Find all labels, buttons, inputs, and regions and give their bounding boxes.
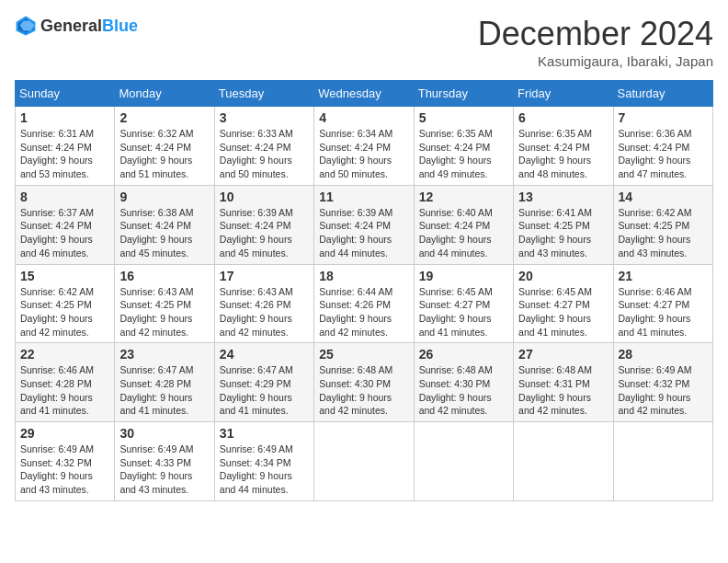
calendar-cell: 17Sunrise: 6:43 AMSunset: 4:26 PMDayligh… [214, 264, 313, 343]
day-number: 26 [419, 347, 508, 362]
day-number: 17 [220, 269, 309, 283]
day-info: Sunrise: 6:46 AMSunset: 4:27 PMDaylight:… [619, 286, 692, 338]
day-info: Sunrise: 6:49 AMSunset: 4:33 PMDaylight:… [119, 443, 193, 495]
day-info: Sunrise: 6:32 AMSunset: 4:24 PMDaylight:… [119, 128, 193, 179]
calendar-cell [414, 422, 513, 501]
calendar-cell: 19Sunrise: 6:45 AMSunset: 4:27 PMDayligh… [414, 264, 513, 343]
day-number: 31 [220, 426, 309, 441]
day-info: Sunrise: 6:35 AMSunset: 4:24 PMDaylight:… [419, 128, 493, 179]
calendar-cell: 2Sunrise: 6:32 AMSunset: 4:24 PMDaylight… [115, 107, 214, 186]
month-title: December 2024 [478, 15, 713, 53]
logo: GeneralBlue [15, 15, 138, 37]
day-info: Sunrise: 6:39 AMSunset: 4:24 PMDaylight:… [220, 207, 293, 259]
calendar-cell: 14Sunrise: 6:42 AMSunset: 4:25 PMDayligh… [613, 185, 712, 264]
header-sunday: Sunday [16, 81, 115, 107]
day-info: Sunrise: 6:47 AMSunset: 4:28 PMDaylight:… [119, 364, 193, 416]
day-number: 11 [319, 190, 408, 204]
calendar-header-row: Sunday Monday Tuesday Wednesday Thursday… [16, 81, 713, 107]
calendar-cell: 4Sunrise: 6:34 AMSunset: 4:24 PMDaylight… [314, 107, 414, 186]
calendar-cell: 24Sunrise: 6:47 AMSunset: 4:29 PMDayligh… [214, 343, 313, 422]
day-number: 23 [119, 347, 209, 362]
day-number: 7 [619, 110, 708, 125]
day-number: 24 [220, 347, 309, 362]
day-info: Sunrise: 6:43 AMSunset: 4:25 PMDaylight:… [119, 286, 193, 338]
day-info: Sunrise: 6:39 AMSunset: 4:24 PMDaylight:… [319, 207, 392, 259]
calendar-cell: 6Sunrise: 6:35 AMSunset: 4:24 PMDaylight… [514, 107, 613, 186]
day-number: 14 [619, 190, 708, 204]
calendar-cell: 3Sunrise: 6:33 AMSunset: 4:24 PMDaylight… [214, 107, 313, 186]
day-number: 8 [20, 190, 109, 204]
day-info: Sunrise: 6:41 AMSunset: 4:25 PMDaylight:… [518, 207, 592, 259]
calendar-cell: 26Sunrise: 6:48 AMSunset: 4:30 PMDayligh… [414, 343, 513, 422]
calendar-cell: 10Sunrise: 6:39 AMSunset: 4:24 PMDayligh… [214, 185, 313, 264]
day-info: Sunrise: 6:46 AMSunset: 4:28 PMDaylight:… [20, 364, 94, 416]
day-number: 5 [419, 110, 508, 125]
day-info: Sunrise: 6:48 AMSunset: 4:30 PMDaylight:… [319, 364, 392, 416]
day-info: Sunrise: 6:31 AMSunset: 4:24 PMDaylight:… [20, 128, 94, 179]
calendar-cell: 27Sunrise: 6:48 AMSunset: 4:31 PMDayligh… [514, 343, 613, 422]
calendar-cell: 1Sunrise: 6:31 AMSunset: 4:24 PMDaylight… [16, 107, 115, 186]
day-info: Sunrise: 6:49 AMSunset: 4:32 PMDaylight:… [20, 443, 94, 495]
day-number: 10 [220, 190, 309, 204]
day-number: 20 [518, 269, 608, 283]
day-info: Sunrise: 6:44 AMSunset: 4:26 PMDaylight:… [319, 286, 392, 338]
header-thursday: Thursday [414, 81, 513, 107]
day-info: Sunrise: 6:47 AMSunset: 4:29 PMDaylight:… [220, 364, 293, 416]
calendar-cell: 31Sunrise: 6:49 AMSunset: 4:34 PMDayligh… [214, 422, 313, 501]
calendar-week-2: 8Sunrise: 6:37 AMSunset: 4:24 PMDaylight… [16, 185, 713, 264]
calendar-cell: 20Sunrise: 6:45 AMSunset: 4:27 PMDayligh… [514, 264, 613, 343]
calendar-cell: 28Sunrise: 6:49 AMSunset: 4:32 PMDayligh… [613, 343, 712, 422]
calendar-cell: 15Sunrise: 6:42 AMSunset: 4:25 PMDayligh… [16, 264, 115, 343]
logo-text: GeneralBlue [40, 17, 138, 36]
day-number: 25 [319, 347, 408, 362]
day-number: 1 [20, 110, 109, 125]
day-info: Sunrise: 6:34 AMSunset: 4:24 PMDaylight:… [319, 128, 392, 179]
day-info: Sunrise: 6:42 AMSunset: 4:25 PMDaylight:… [619, 207, 692, 259]
calendar-cell: 11Sunrise: 6:39 AMSunset: 4:24 PMDayligh… [314, 185, 414, 264]
day-info: Sunrise: 6:37 AMSunset: 4:24 PMDaylight:… [20, 207, 94, 259]
day-info: Sunrise: 6:45 AMSunset: 4:27 PMDaylight:… [518, 286, 592, 338]
day-number: 28 [619, 347, 708, 362]
day-info: Sunrise: 6:45 AMSunset: 4:27 PMDaylight:… [419, 286, 493, 338]
header-monday: Monday [115, 81, 214, 107]
calendar-cell: 9Sunrise: 6:38 AMSunset: 4:24 PMDaylight… [115, 185, 214, 264]
location: Kasumigaura, Ibaraki, Japan [478, 53, 713, 69]
calendar-cell: 5Sunrise: 6:35 AMSunset: 4:24 PMDaylight… [414, 107, 513, 186]
day-info: Sunrise: 6:48 AMSunset: 4:31 PMDaylight:… [518, 364, 592, 416]
calendar-cell: 22Sunrise: 6:46 AMSunset: 4:28 PMDayligh… [16, 343, 115, 422]
calendar-cell: 23Sunrise: 6:47 AMSunset: 4:28 PMDayligh… [115, 343, 214, 422]
day-number: 21 [619, 269, 708, 283]
header-wednesday: Wednesday [314, 81, 414, 107]
calendar-cell: 25Sunrise: 6:48 AMSunset: 4:30 PMDayligh… [314, 343, 414, 422]
page-header: GeneralBlue December 2024 Kasumigaura, I… [15, 15, 713, 69]
day-info: Sunrise: 6:36 AMSunset: 4:24 PMDaylight:… [619, 128, 692, 179]
calendar-cell [314, 422, 414, 501]
calendar-cell: 29Sunrise: 6:49 AMSunset: 4:32 PMDayligh… [16, 422, 115, 501]
day-number: 15 [20, 269, 109, 283]
day-number: 16 [119, 269, 209, 283]
day-number: 13 [518, 190, 608, 204]
day-number: 19 [419, 269, 508, 283]
day-number: 6 [518, 110, 608, 125]
day-number: 3 [220, 110, 309, 125]
title-section: December 2024 Kasumigaura, Ibaraki, Japa… [478, 15, 713, 69]
day-info: Sunrise: 6:38 AMSunset: 4:24 PMDaylight:… [119, 207, 193, 259]
header-saturday: Saturday [613, 81, 712, 107]
calendar-cell [514, 422, 613, 501]
day-info: Sunrise: 6:42 AMSunset: 4:25 PMDaylight:… [20, 286, 94, 338]
day-info: Sunrise: 6:35 AMSunset: 4:24 PMDaylight:… [518, 128, 592, 179]
calendar-week-4: 22Sunrise: 6:46 AMSunset: 4:28 PMDayligh… [16, 343, 713, 422]
calendar-cell: 30Sunrise: 6:49 AMSunset: 4:33 PMDayligh… [115, 422, 214, 501]
calendar-table: Sunday Monday Tuesday Wednesday Thursday… [15, 80, 713, 501]
day-number: 22 [20, 347, 109, 362]
calendar-week-3: 15Sunrise: 6:42 AMSunset: 4:25 PMDayligh… [16, 264, 713, 343]
day-number: 12 [419, 190, 508, 204]
day-info: Sunrise: 6:33 AMSunset: 4:24 PMDaylight:… [220, 128, 293, 179]
day-info: Sunrise: 6:48 AMSunset: 4:30 PMDaylight:… [419, 364, 493, 416]
logo-general: General [40, 17, 102, 35]
day-number: 4 [319, 110, 408, 125]
calendar-cell: 21Sunrise: 6:46 AMSunset: 4:27 PMDayligh… [613, 264, 712, 343]
logo-icon [15, 15, 37, 37]
day-number: 9 [119, 190, 209, 204]
calendar-cell: 16Sunrise: 6:43 AMSunset: 4:25 PMDayligh… [115, 264, 214, 343]
